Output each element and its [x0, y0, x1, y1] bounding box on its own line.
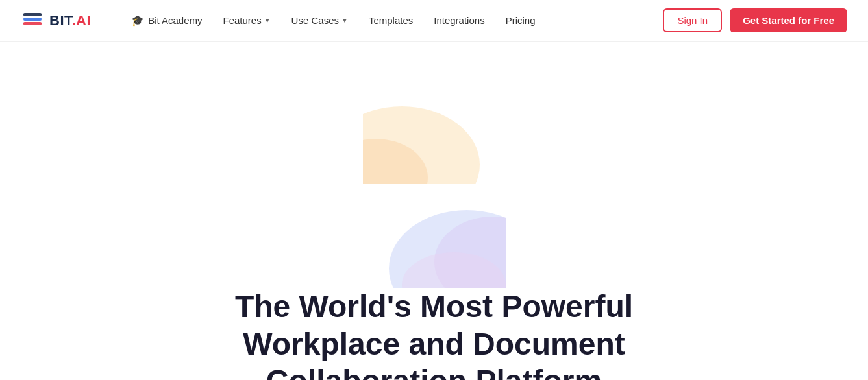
hero-section: The World's Most Powerful Workplace and …	[0, 42, 868, 380]
academy-icon: 🎓	[131, 14, 144, 27]
svg-rect-0	[23, 22, 42, 25]
svg-rect-1	[23, 18, 42, 21]
logo[interactable]: BIT.AI	[21, 9, 91, 32]
nav-integrations[interactable]: Integrations	[425, 10, 493, 31]
svg-rect-2	[23, 13, 42, 16]
nav-templates[interactable]: Templates	[360, 10, 422, 31]
use-cases-chevron-icon: ▼	[341, 17, 348, 24]
nav-pricing[interactable]: Pricing	[497, 10, 545, 31]
nav-use-cases[interactable]: Use Cases ▼	[282, 10, 357, 31]
signin-button[interactable]: Sign In	[663, 8, 722, 32]
navbar: BIT.AI 🎓 Bit Academy Features ▼ Use Case…	[0, 0, 868, 42]
nav-actions: Sign In Get Started for Free	[663, 8, 847, 32]
features-chevron-icon: ▼	[264, 17, 271, 24]
nav-features[interactable]: Features ▼	[214, 10, 280, 31]
signup-button[interactable]: Get Started for Free	[730, 8, 847, 32]
nav-academy[interactable]: 🎓 Bit Academy	[122, 9, 211, 32]
bg-decoration-right	[363, 184, 506, 288]
hero-title: The World's Most Powerful Workplace and …	[175, 288, 694, 380]
logo-text: BIT.AI	[49, 12, 91, 29]
bg-decoration-left	[363, 80, 506, 184]
nav-links: 🎓 Bit Academy Features ▼ Use Cases ▼ Tem…	[122, 9, 663, 32]
